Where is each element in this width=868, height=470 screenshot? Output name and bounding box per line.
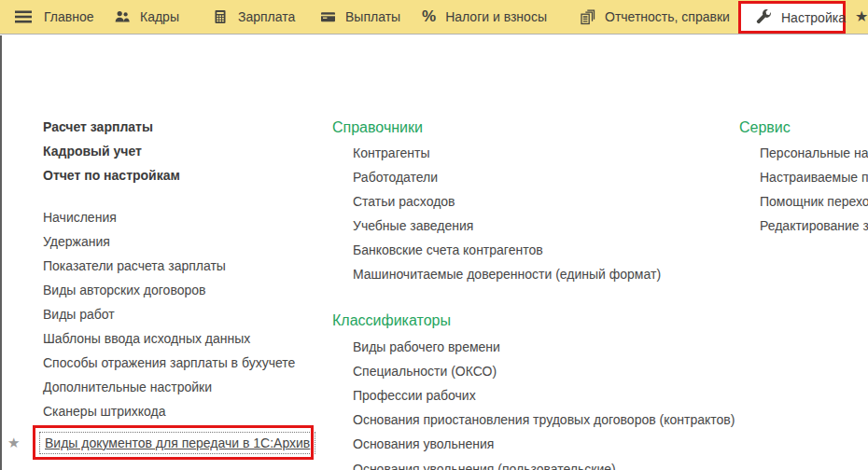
cls-link-professii-rabochih[interactable]: Профессии рабочих (353, 388, 476, 403)
menu-item-label: Кадры (140, 9, 179, 24)
menu-item-label: Главное (44, 9, 94, 24)
wrench-icon (756, 9, 772, 26)
menu-item-nalogi[interactable]: % Налоги и взносы (422, 0, 547, 34)
dir-link-uchebnye-zavedeniya[interactable]: Учебные заведения (353, 218, 473, 233)
percent-icon: % (422, 7, 436, 26)
annotation-box-settings[interactable]: Настройка (738, 1, 846, 34)
srv-link-nastraivaemye-pechatnye[interactable]: Настраиваемые печ (760, 170, 868, 185)
nav-link-vidy-dokumentov-1c-arhiv[interactable]: Виды документов для передачи в 1С:Архив (39, 432, 315, 454)
settings-section-panel: Расчет зарплаты Кадровый учет Отчет по н… (0, 35, 868, 470)
nav-link-raschet-zarplaty[interactable]: Расчет зарплаты (43, 119, 153, 134)
srv-link-personalnye-nastrojki[interactable]: Персональные наст (760, 145, 868, 160)
menu-item-label: Зарплата (238, 9, 295, 24)
menu-item-label: Настройка (781, 10, 846, 25)
calculator-icon (212, 8, 229, 25)
card-icon (319, 8, 336, 25)
nav-link-dopolnitelnye-nastrojki[interactable]: Дополнительные настройки (43, 380, 212, 394)
nav-link-shablony-vvoda[interactable]: Шаблоны ввода исходных данных (43, 331, 250, 346)
nav-link-pokazateli[interactable]: Показатели расчета зарплаты (43, 258, 226, 273)
menu-item-label: Отчетность, справки (605, 9, 730, 24)
srv-link-redaktirovanie[interactable]: Редактирование за (760, 218, 868, 233)
nav-link-vidy-rabot[interactable]: Виды работ (43, 307, 115, 322)
cls-link-osnovaniya-uvolneniya[interactable]: Основания увольнения (353, 436, 494, 451)
section-header-klassifikatory: Классификаторы (332, 312, 451, 329)
top-menubar: Главное Кадры (0, 0, 868, 35)
nav-link-uderzhaniya[interactable]: Удержания (43, 234, 110, 249)
cls-link-osnovaniya-uvolneniya-polzovatelskie[interactable]: Основания увольнения (пользовательские) (353, 462, 616, 470)
favorite-star-icon[interactable]: ★ (7, 435, 20, 451)
dir-link-stati-rashodov[interactable]: Статьи расходов (353, 194, 455, 209)
people-icon (114, 8, 131, 25)
section-header-servis: Сервис (739, 119, 791, 136)
menu-item-otchetnost[interactable]: Отчетность, справки (579, 0, 730, 34)
favorites-star-icon[interactable]: ★ (855, 7, 868, 25)
menu-item-kadry[interactable]: Кадры (114, 0, 179, 34)
cls-link-specialnosti-okso[interactable]: Специальности (ОКСО) (353, 364, 497, 379)
report-pages-icon (579, 8, 595, 25)
nav-link-kadrovyj-uchet[interactable]: Кадровый учет (43, 144, 142, 159)
cls-link-vidy-rabochego-vremeni[interactable]: Виды рабочего времени (353, 339, 500, 354)
nav-link-nachisleniya[interactable]: Начисления (43, 210, 117, 225)
dir-link-bankovskie-scheta[interactable]: Банковские счета контрагентов (353, 242, 543, 257)
menu-item-label: Налоги и взносы (445, 9, 547, 24)
nav-link-sposoby-otrazheniya[interactable]: Способы отражения зарплаты в бухучете (43, 355, 295, 370)
app-window: Главное Кадры (0, 0, 868, 470)
main-menu-button[interactable] (15, 0, 32, 34)
menu-item-zarplata[interactable]: Зарплата (212, 0, 295, 34)
nav-link-avtorskie-dogovory[interactable]: Виды авторских договоров (43, 283, 205, 297)
hamburger-icon (15, 8, 32, 25)
dir-link-mashinochitaemye-doverennosti[interactable]: Машиночитаемые доверенности (единый форм… (353, 267, 661, 282)
nav-link-skanery-shtrihkoda[interactable]: Сканеры штрихкода (43, 404, 166, 419)
section-header-spravochniki: Справочники (332, 119, 423, 136)
cls-link-osnovaniya-priostanovleniya[interactable]: Основания приостановления трудовых догов… (353, 412, 735, 427)
dir-link-rabotodateli[interactable]: Работодатели (353, 170, 438, 185)
dir-link-kontragenty[interactable]: Контрагенты (353, 145, 429, 160)
nav-link-otchet-po-nastrojkam[interactable]: Отчет по настройкам (43, 168, 180, 183)
menu-item-glavnoe[interactable]: Главное (44, 0, 94, 34)
menu-item-label: Выплаты (345, 9, 400, 24)
menu-item-vyplaty[interactable]: Выплаты (319, 0, 400, 34)
srv-link-pomoshchnik-perehoda[interactable]: Помощник переход (760, 194, 868, 209)
